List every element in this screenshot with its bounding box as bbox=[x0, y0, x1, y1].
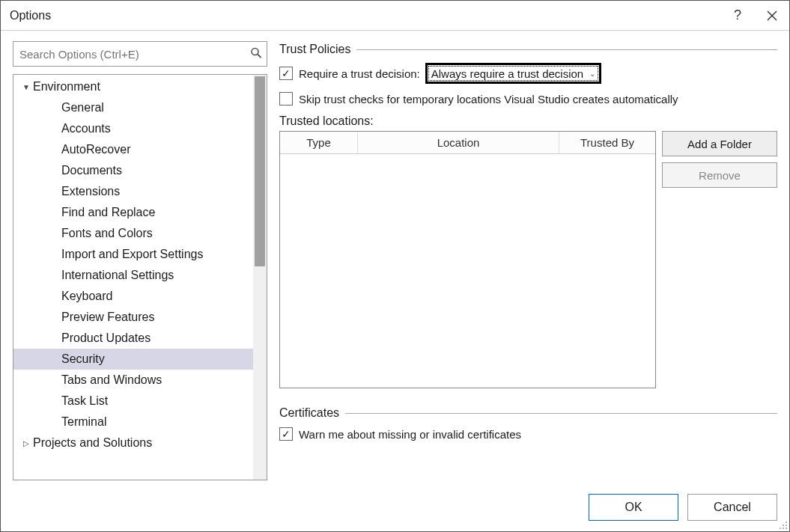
divider bbox=[356, 49, 777, 50]
chevron-down-icon: ⌄ bbox=[589, 70, 595, 78]
tree-scrollbar[interactable] bbox=[253, 75, 267, 480]
trust-decision-selected: Always require a trust decision bbox=[431, 67, 583, 80]
tree-item-projects-and-solutions[interactable]: ▷Projects and Solutions bbox=[13, 432, 267, 453]
cancel-button[interactable]: Cancel bbox=[687, 494, 777, 521]
tree-item-label: Tabs and Windows bbox=[61, 373, 162, 387]
tree-item-label: Security bbox=[61, 352, 105, 366]
svg-point-7 bbox=[780, 528, 781, 529]
require-trust-checkbox[interactable] bbox=[279, 67, 293, 80]
help-button[interactable]: ? bbox=[720, 1, 755, 30]
tree-item-label: Environment bbox=[33, 80, 100, 94]
tree-item-task-list[interactable]: Task List bbox=[13, 391, 267, 412]
tree-item-label: Accounts bbox=[61, 122, 111, 135]
trust-policies-group-label: Trust Policies bbox=[279, 43, 350, 56]
tree-item-label: Import and Export Settings bbox=[61, 248, 203, 261]
tree-item-product-updates[interactable]: Product Updates bbox=[13, 328, 267, 349]
tree-item-fonts-and-colors[interactable]: Fonts and Colors bbox=[13, 223, 267, 244]
tree-item-label: Fonts and Colors bbox=[61, 227, 153, 240]
add-folder-button[interactable]: Add a Folder bbox=[662, 131, 777, 156]
tree-item-import-and-export-settings[interactable]: Import and Export Settings bbox=[13, 244, 267, 265]
close-button[interactable] bbox=[755, 1, 789, 30]
tree-item-label: Extensions bbox=[61, 185, 120, 198]
tree-item-label: Product Updates bbox=[61, 331, 151, 345]
svg-point-9 bbox=[786, 528, 787, 529]
trusted-locations-label: Trusted locations: bbox=[279, 114, 777, 128]
tree-item-preview-features[interactable]: Preview Features bbox=[13, 307, 267, 328]
tree-item-keyboard[interactable]: Keyboard bbox=[13, 286, 267, 307]
col-location[interactable]: Location bbox=[358, 132, 559, 153]
close-icon bbox=[767, 10, 777, 21]
trusted-locations-table[interactable]: Type Location Trusted By bbox=[279, 131, 656, 388]
tree-item-label: Keyboard bbox=[61, 290, 113, 303]
tree-item-label: Find and Replace bbox=[61, 206, 155, 219]
ok-button[interactable]: OK bbox=[589, 494, 678, 521]
tree-item-tabs-and-windows[interactable]: Tabs and Windows bbox=[13, 370, 267, 391]
chevron-down-icon: ▼ bbox=[19, 83, 33, 91]
svg-point-2 bbox=[252, 49, 258, 55]
table-header: Type Location Trusted By bbox=[280, 132, 655, 154]
tree-item-label: International Settings bbox=[61, 269, 174, 282]
tree-item-environment[interactable]: ▼Environment bbox=[13, 76, 267, 97]
svg-point-6 bbox=[786, 525, 787, 526]
tree-item-documents[interactable]: Documents bbox=[13, 160, 267, 181]
resize-grip-icon[interactable] bbox=[777, 519, 788, 530]
certificates-group-label: Certificates bbox=[279, 406, 339, 420]
tree-item-extensions[interactable]: Extensions bbox=[13, 181, 267, 202]
trust-decision-dropdown[interactable]: Always require a trust decision ⌄ bbox=[426, 64, 601, 83]
search-icon bbox=[250, 47, 262, 61]
tree-item-terminal[interactable]: Terminal bbox=[13, 412, 267, 432]
remove-button[interactable]: Remove bbox=[662, 162, 777, 188]
dialog-title: Options bbox=[10, 9, 720, 22]
options-tree[interactable]: ▼EnvironmentGeneralAccountsAutoRecoverDo… bbox=[13, 74, 267, 480]
tree-item-general[interactable]: General bbox=[13, 97, 267, 118]
svg-point-8 bbox=[783, 528, 784, 529]
title-bar: Options ? bbox=[1, 1, 789, 31]
help-icon: ? bbox=[734, 7, 741, 23]
skip-trust-checkbox[interactable] bbox=[279, 92, 293, 106]
require-trust-label: Require a trust decision: bbox=[299, 67, 420, 80]
col-trusted-by[interactable]: Trusted By bbox=[559, 132, 655, 153]
warn-certificates-checkbox[interactable] bbox=[279, 427, 293, 441]
divider bbox=[345, 413, 777, 414]
tree-item-label: Documents bbox=[61, 164, 122, 177]
tree-scroll-thumb[interactable] bbox=[255, 76, 265, 266]
tree-item-label: Projects and Solutions bbox=[33, 436, 152, 450]
search-input[interactable] bbox=[13, 41, 267, 67]
tree-item-accounts[interactable]: Accounts bbox=[13, 118, 267, 139]
tree-item-autorecover[interactable]: AutoRecover bbox=[13, 139, 267, 160]
svg-point-4 bbox=[786, 522, 787, 523]
tree-item-label: Task List bbox=[61, 394, 108, 408]
tree-item-label: AutoRecover bbox=[61, 143, 131, 156]
svg-point-5 bbox=[783, 525, 784, 526]
tree-item-security[interactable]: Security bbox=[13, 349, 267, 370]
tree-item-label: General bbox=[61, 101, 104, 114]
col-type[interactable]: Type bbox=[280, 132, 358, 153]
tree-item-label: Terminal bbox=[61, 415, 106, 429]
chevron-right-icon: ▷ bbox=[19, 439, 33, 447]
svg-line-3 bbox=[258, 55, 261, 58]
tree-item-label: Preview Features bbox=[61, 311, 155, 324]
tree-item-international-settings[interactable]: International Settings bbox=[13, 265, 267, 286]
tree-item-find-and-replace[interactable]: Find and Replace bbox=[13, 202, 267, 223]
warn-certificates-label: Warn me about missing or invalid certifi… bbox=[299, 428, 521, 441]
skip-trust-label: Skip trust checks for temporary location… bbox=[299, 93, 678, 106]
